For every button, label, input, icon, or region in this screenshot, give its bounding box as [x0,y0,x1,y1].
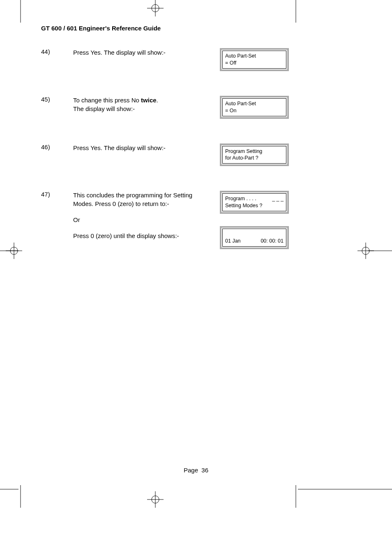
step-number: 46) [41,143,61,150]
running-head: GT 600 / 601 Engineer's Reference Guide [41,25,300,32]
lcd-line1-right: 00: 00: 01 [261,238,284,245]
lcd-line1: Program Setting [225,148,262,154]
lcd-display: Auto Part-Set = Off [220,48,289,71]
step-row: 45) To change this press No twice. The d… [41,96,300,119]
page-num-value: 36 [201,467,208,474]
step-text-1: This concludes the programming for Setti… [73,191,208,208]
lcd-line1: Auto Part-Set [225,53,256,59]
page-content: GT 600 / 601 Engineer's Reference Guide … [41,25,300,249]
lcd-line2: = On [225,107,284,114]
step-number: 45) [41,96,61,103]
step-number: 47) [41,191,61,198]
step-text: Press Yes. The display will show:- [73,143,208,152]
step-text-post: . [157,97,158,104]
step-row: 44) Press Yes. The display will show:- A… [41,48,300,71]
step-text: Press Yes. The display will show:- [73,48,208,57]
lcd-line2: for Auto-Part ? [225,155,284,162]
step-text: To change this press No twice. The displ… [73,96,208,113]
step-text-2: The display will show:- [73,105,135,112]
step-or: Or [73,215,208,224]
step-number: 44) [41,48,61,55]
lcd-display: 01 Jan 00: 00: 01 [220,226,289,249]
lcd-display: Program Setting for Auto-Part ? [220,143,289,166]
page-label: Page [184,467,198,474]
lcd-line1: Auto Part-Set [225,101,256,106]
step-row: 46) Press Yes. The display will show:- P… [41,143,300,166]
lcd-display: Auto Part-Set = On [220,96,289,119]
lcd-display: Program . . . . _ _ _ Setting Modes ? [220,191,289,214]
lcd-line1-right: _ _ _ [272,195,284,202]
lcd-line2: = Off [225,60,284,67]
step-text-3: Press 0 (zero) until the display shows:- [73,231,208,240]
step-text: This concludes the programming for Setti… [73,191,208,240]
lcd-line1-left: Program . . . . [225,195,256,202]
lcd-line1-left: 01 Jan [225,238,241,245]
step-text-pre: To change this press No [73,97,141,104]
step-text-bold: twice [141,97,157,104]
step-row: 47) This concludes the programming for S… [41,191,300,249]
lcd-line2: Setting Modes ? [225,202,284,209]
page-number: Page 36 [0,467,392,474]
